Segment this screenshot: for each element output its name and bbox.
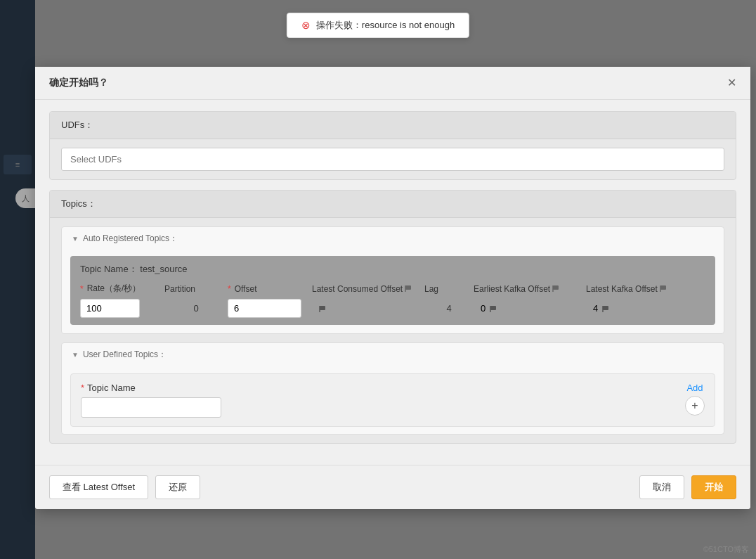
svg-rect-8 — [490, 306, 496, 310]
topics-section-header: Topics： — [50, 191, 736, 218]
td-lco — [312, 304, 424, 312]
eko-value: 0 — [481, 303, 485, 314]
modal-title: 确定开始吗？ — [49, 77, 108, 89]
topic-table-header: * Rate（条/秒） Partition * Offset — [80, 283, 705, 295]
lco-row-flag-icon[interactable] — [319, 304, 329, 312]
modal-footer: 查看 Latest Offset 还原 取消 开始 — [35, 465, 750, 509]
toast-text: 操作失败：resource is not enough — [316, 19, 455, 32]
th-lko: Latest Kafka Offset — [586, 284, 698, 294]
td-lko: 4 — [586, 303, 698, 314]
th-offset: * Offset — [228, 284, 312, 294]
check-offset-button[interactable]: 查看 Latest Offset — [49, 475, 148, 499]
offset-required-star: * — [228, 284, 231, 294]
topic-name-label: * Topic Name — [81, 383, 221, 393]
topic-name-input[interactable] — [81, 397, 221, 418]
udfs-section-content — [50, 139, 736, 179]
svg-rect-10 — [603, 306, 608, 310]
topic-name-field-label: Topic Name — [87, 383, 136, 393]
cancel-button[interactable]: 取消 — [639, 475, 684, 499]
auto-registered-header: ▼ Auto Registered Topics： — [62, 227, 724, 250]
topic-name-required-star: * — [81, 383, 84, 393]
toast-notification: ⊗ 操作失败：resource is not enough — [287, 13, 469, 38]
eko-col-label: Earliest Kafka Offset — [474, 284, 550, 294]
add-section: Add + — [685, 383, 705, 416]
topic-name-row: Topic Name： test_source — [80, 263, 705, 276]
th-rate: * Rate（条/秒） — [80, 283, 164, 295]
watermark: ©51CTO博客 — [703, 544, 749, 555]
collapse-user-defined-icon[interactable]: ▼ — [72, 351, 79, 359]
lco-flag-icon[interactable] — [405, 285, 415, 293]
svg-rect-6 — [320, 306, 325, 310]
rate-required-star: * — [80, 284, 84, 294]
offset-input[interactable] — [228, 299, 301, 318]
lko-col-label: Latest Kafka Offset — [586, 284, 658, 294]
th-lco: Latest Consumed Offset — [312, 284, 424, 294]
eko-flag-icon[interactable] — [552, 285, 562, 293]
lco-col-label: Latest Consumed Offset — [312, 284, 403, 294]
rate-col-label: Rate（条/秒） — [87, 283, 141, 295]
auto-registered-topics-card: ▼ Auto Registered Topics： Topic Name： te… — [61, 226, 724, 334]
footer-right-actions: 取消 开始 — [639, 475, 736, 499]
user-defined-label: User Defined Topics： — [83, 349, 167, 361]
th-partition: Partition — [164, 284, 228, 294]
user-defined-header: ▼ User Defined Topics： — [62, 343, 724, 366]
topics-section-content: ▼ Auto Registered Topics： Topic Name： te… — [50, 218, 736, 443]
toast-error-icon: ⊗ — [301, 19, 311, 32]
lko-flag-icon[interactable] — [660, 285, 670, 293]
td-offset — [228, 299, 312, 318]
topic-name-prefix: Topic Name： — [80, 264, 138, 274]
topic-name-field-group: * Topic Name — [81, 383, 221, 418]
offset-col-label: Offset — [235, 284, 257, 294]
add-button[interactable]: + — [685, 396, 705, 416]
topic-table-row: 0 — [80, 299, 705, 318]
td-partition: 0 — [164, 303, 228, 314]
lag-col-label: Lag — [424, 284, 438, 294]
td-lag: 4 — [424, 303, 474, 314]
svg-rect-2 — [553, 285, 559, 290]
udfs-section: UDFs： — [49, 111, 736, 180]
svg-rect-0 — [405, 285, 411, 290]
user-defined-topics-card: ▼ User Defined Topics： * Topic Name — [61, 342, 724, 435]
udfs-section-header: UDFs： — [50, 112, 736, 139]
modal-body: UDFs： Topics： ▼ Auto Registered Topics： — [35, 100, 750, 465]
topic-name-add-row: * Topic Name Add + — [81, 383, 705, 418]
modal-dialog: 确定开始吗？ ✕ UDFs： Topics： ▼ Auto Registered… — [35, 67, 750, 509]
partition-col-label: Partition — [164, 284, 195, 294]
restore-button[interactable]: 还原 — [155, 475, 200, 499]
footer-left-actions: 查看 Latest Offset 还原 — [49, 475, 200, 499]
start-button[interactable]: 开始 — [691, 475, 736, 499]
th-lag: Lag — [424, 284, 474, 294]
eko-row-flag-icon[interactable] — [490, 304, 500, 312]
user-topics-inner: * Topic Name Add + — [70, 373, 715, 427]
modal-header: 确定开始吗？ ✕ — [35, 67, 750, 100]
add-label[interactable]: Add — [686, 383, 703, 393]
topic-name-value: test_source — [140, 264, 187, 274]
modal-close-button[interactable]: ✕ — [727, 77, 736, 89]
td-eko: 0 — [474, 303, 586, 314]
udf-select-input[interactable] — [61, 148, 724, 171]
auto-registered-label: Auto Registered Topics： — [83, 233, 178, 245]
rate-input[interactable] — [80, 299, 140, 318]
th-eko: Earliest Kafka Offset — [474, 284, 586, 294]
td-rate — [80, 299, 164, 318]
collapse-auto-registered-icon[interactable]: ▼ — [72, 235, 79, 243]
topics-section: Topics： ▼ Auto Registered Topics： Topic … — [49, 190, 736, 444]
lko-row-flag-icon[interactable] — [602, 304, 612, 312]
topic-card-test-source: Topic Name： test_source * Rate（条/秒） Part… — [70, 256, 715, 325]
lko-value: 4 — [593, 303, 598, 314]
svg-rect-4 — [660, 285, 666, 290]
